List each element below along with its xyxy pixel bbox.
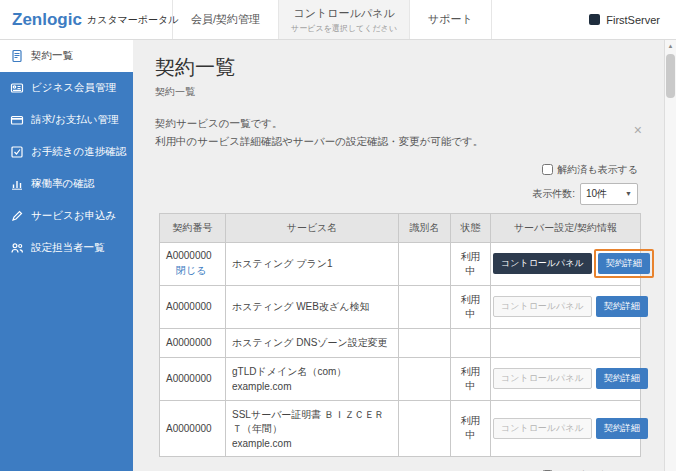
- nav-control-panel-sub: サービスを選択してください: [291, 23, 397, 34]
- contract-number-cell: A0000000: [160, 357, 226, 400]
- sidebar-item-business-member[interactable]: ビジネス会員管理: [0, 72, 133, 104]
- contract-number: A0000000: [166, 301, 219, 312]
- identifier-cell: [399, 242, 451, 285]
- actions-cell: コントロールパネル契約詳細: [491, 285, 641, 328]
- status-cell: [451, 328, 491, 357]
- table-row: A0000000 ホスティング WEB改ざん検知 利用中 コントロールパネル契約…: [160, 285, 641, 328]
- service-name: gTLDドメイン名（com）: [232, 365, 392, 379]
- chevron-down-icon: ▼: [625, 190, 632, 197]
- contract-number: A0000000: [166, 373, 219, 384]
- main-content: 契約一覧 契約一覧 × 契約サービスの一覧です。 利用中のサービス詳細確認やサー…: [133, 40, 664, 471]
- show-cancelled-label: 解約済も表示する: [557, 163, 638, 177]
- table-row: A0000000 ホスティング DNSゾーン設定変更: [160, 328, 641, 357]
- page-size-row: 表示件数: 10件 ▼: [133, 183, 638, 205]
- actions-cell: コントロールパネル契約詳細: [491, 242, 641, 285]
- portal-label: カスタマーポータル: [87, 13, 179, 27]
- status-cell: 利用中: [451, 357, 491, 400]
- sidebar-item-apply[interactable]: サービスお申込み: [0, 200, 133, 232]
- sidebar-item-uptime[interactable]: 稼働率の確認: [0, 168, 133, 200]
- control-panel-button[interactable]: コントロールパネル: [493, 253, 592, 274]
- header-status: 状態: [451, 213, 491, 242]
- zenlogic-logo[interactable]: Zenlogic: [12, 10, 82, 30]
- sidebar-item-label: サービスお申込み: [31, 209, 116, 223]
- service-domain: example.com: [232, 381, 392, 392]
- sidebar-item-contract-list[interactable]: 契約一覧: [0, 40, 133, 72]
- contract-detail-button[interactable]: 契約詳細: [596, 418, 648, 439]
- contract-detail-button[interactable]: 契約詳細: [598, 253, 650, 274]
- contract-number-cell: A0000000: [160, 328, 226, 357]
- payment-card-icon: [10, 113, 24, 127]
- nav-control-panel-label: コントロールパネル: [293, 6, 394, 21]
- sidebar-item-billing[interactable]: 請求/お支払い管理: [0, 104, 133, 136]
- highlight-box: 契約詳細: [594, 249, 654, 278]
- sidebar-item-staff-list[interactable]: 設定担当者一覧: [0, 232, 133, 264]
- service-name-cell: SSLサーバー証明書 ＢＩＺＣＥＲＴ（年間） example.com: [226, 400, 399, 456]
- actions-cell: コントロールパネル契約詳細: [491, 400, 641, 456]
- identifier-cell: [399, 328, 451, 357]
- sidebar-item-label: お手続きの進捗確認: [31, 145, 126, 159]
- service-domain: example.com: [232, 438, 392, 449]
- nav-support-label: サポート: [428, 12, 473, 27]
- page-size-value: 10件: [586, 187, 607, 201]
- scrollbar-thumb[interactable]: [666, 54, 675, 98]
- sidebar-item-label: 請求/お支払い管理: [31, 113, 118, 127]
- status-cell: 利用中: [451, 242, 491, 285]
- header-nav: 会員/契約管理 コントロールパネル サービスを選択してください サポート: [172, 0, 492, 39]
- scrollbar[interactable]: ▲: [664, 40, 676, 471]
- service-name: SSLサーバー証明書 ＢＩＺＣＥＲＴ（年間）: [232, 408, 392, 436]
- sidebar-item-progress[interactable]: お手続きの進捗確認: [0, 136, 133, 168]
- nav-control-panel[interactable]: コントロールパネル サービスを選択してください: [278, 0, 409, 39]
- logo-area: Zenlogic カスタマーポータル: [0, 0, 172, 39]
- service-name-cell: gTLDドメイン名（com） example.com: [226, 357, 399, 400]
- contract-detail-button[interactable]: 契約詳細: [596, 296, 648, 317]
- info-line-2: 利用中のサービス詳細確認やサーバーの設定確認・変更が可能です。: [155, 132, 638, 150]
- contract-number: A0000000: [166, 337, 219, 348]
- identifier-cell: [399, 357, 451, 400]
- header-service-name: サービス名: [226, 213, 399, 242]
- page-title: 契約一覧: [155, 54, 664, 81]
- account-name: FirstServer: [606, 14, 660, 26]
- people-icon: [10, 241, 24, 255]
- info-line-1: 契約サービスの一覧です。: [155, 114, 638, 132]
- actions-cell: [491, 328, 641, 357]
- sidebar-item-label: 稼働率の確認: [31, 177, 94, 191]
- account-menu[interactable]: FirstServer: [589, 0, 676, 39]
- nav-support[interactable]: サポート: [409, 0, 492, 39]
- status-cell: 利用中: [451, 400, 491, 456]
- table-row: A0000000 gTLDドメイン名（com） example.com 利用中 …: [160, 357, 641, 400]
- collapse-link[interactable]: 閉じる: [176, 264, 206, 278]
- table-row: A0000000 SSLサーバー証明書 ＢＩＺＣＥＲＴ（年間） example.…: [160, 400, 641, 456]
- check-square-icon: [10, 145, 24, 159]
- contract-number-cell: A0000000 閉じる: [160, 242, 226, 285]
- id-card-icon: [10, 81, 24, 95]
- table-row: A0000000 閉じる ホスティング プラン1 利用中 コントロールパネル契約…: [160, 242, 641, 285]
- sidebar-item-label: 設定担当者一覧: [31, 241, 105, 255]
- service-name-cell: ホスティング DNSゾーン設定変更: [226, 328, 399, 357]
- firstserver-icon: [589, 14, 600, 25]
- contract-number: A0000000: [166, 250, 219, 261]
- contract-detail-button[interactable]: 契約詳細: [596, 368, 648, 389]
- show-cancelled-row: 解約済も表示する: [133, 163, 638, 177]
- control-panel-button[interactable]: コントロールパネル: [493, 296, 592, 317]
- nav-member-contract-label: 会員/契約管理: [191, 12, 260, 27]
- table-header-row: 契約番号 サービス名 識別名 状態 サーバー設定/契約情報: [160, 213, 641, 242]
- scroll-up-arrow[interactable]: ▲: [665, 40, 676, 53]
- document-icon: [10, 49, 24, 63]
- header-identifier: 識別名: [399, 213, 451, 242]
- control-panel-button[interactable]: コントロールパネル: [493, 418, 592, 439]
- service-name-cell: ホスティング WEB改ざん検知: [226, 285, 399, 328]
- status-cell: 利用中: [451, 285, 491, 328]
- show-cancelled-checkbox[interactable]: [542, 164, 553, 175]
- top-header: Zenlogic カスタマーポータル 会員/契約管理 コントロールパネル サービ…: [0, 0, 676, 40]
- sidebar-item-label: ビジネス会員管理: [31, 81, 116, 95]
- control-panel-button[interactable]: コントロールパネル: [493, 368, 592, 389]
- info-banner: × 契約サービスの一覧です。 利用中のサービス詳細確認やサーバーの設定確認・変更…: [155, 114, 638, 151]
- close-icon[interactable]: ×: [634, 123, 642, 137]
- contract-number: A0000000: [166, 423, 219, 434]
- breadcrumb: 契約一覧: [155, 85, 664, 99]
- contract-table: 契約番号 サービス名 識別名 状態 サーバー設定/契約情報 A0000000 閉…: [159, 213, 641, 457]
- service-name-cell: ホスティング プラン1: [226, 242, 399, 285]
- actions-cell: コントロールパネル契約詳細: [491, 357, 641, 400]
- nav-member-contract[interactable]: 会員/契約管理: [172, 0, 278, 39]
- page-size-select[interactable]: 10件 ▼: [580, 183, 638, 205]
